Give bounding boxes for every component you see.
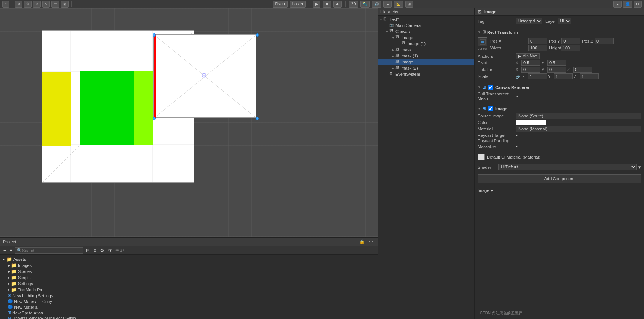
pivot-local-btn[interactable]: Pivot▾ [273, 1, 287, 8]
shader-more-btn[interactable]: ▾ [638, 164, 641, 170]
project-search-input[interactable] [22, 248, 81, 253]
image-component-header[interactable]: ▼ ⊞ Image ⋮ [478, 105, 641, 112]
fx-btn[interactable]: ☁ [383, 1, 392, 8]
hi-icon-mask2: 🖼 [395, 65, 401, 71]
img-options[interactable]: ⋮ [637, 106, 641, 111]
layers-btn[interactable]: ⚙ [634, 1, 642, 8]
account-btn[interactable]: 👤 [623, 1, 632, 8]
toolbar-menu-btn[interactable]: ≡ [2, 1, 9, 8]
hi-eventsystem[interactable]: ⚙ EventSystem [378, 71, 474, 77]
asset-label-new-lighting: New Lighting Settings [13, 294, 53, 298]
asset-new-sprite-atlas[interactable]: ⊞ New Sprite Atlas [2, 310, 74, 316]
search-icon: 🔍 [17, 248, 22, 253]
folder-textmeshpro[interactable]: ▶ 📁 TextMesh Pro [2, 287, 74, 293]
gizmo-btn[interactable]: 📐 [394, 1, 403, 8]
handle-bottom-right[interactable] [256, 117, 259, 120]
center-gizmo[interactable] [201, 72, 207, 78]
right-panels: Hierarchy ▼ ⊞ Test* 📷 Main Camera ▼ 🖼 Ca… [378, 8, 644, 319]
project-lock-btn[interactable]: 🔒 [358, 239, 366, 245]
hi-icon-maincamera: 📷 [389, 23, 395, 28]
hi-image-selected[interactable]: 🖼 Image [378, 59, 474, 65]
anchor-preview[interactable] [478, 37, 487, 46]
rt-options[interactable]: ⋮ [637, 30, 641, 34]
add-component-button[interactable]: Add Component [478, 174, 641, 183]
toolbar-scale-btn[interactable]: ⤡ [42, 1, 50, 8]
hi-icon-eventsystem: ⚙ [389, 71, 395, 77]
layer-select[interactable]: UI [558, 18, 571, 24]
project-dropdown-btn[interactable]: ▾ [9, 248, 13, 254]
img-enable-checkbox[interactable] [488, 106, 493, 111]
step-btn[interactable]: ⏭ [333, 1, 342, 8]
cr-options[interactable]: ⋮ [637, 85, 641, 89]
toolbar-rotate-btn[interactable]: ↺ [33, 1, 41, 8]
project-icon-btn1[interactable]: ⊞ [85, 248, 91, 254]
hi-label-eventsystem: EventSystem [395, 72, 420, 76]
light-btn[interactable]: 🔦 [360, 1, 370, 8]
project-add-btn[interactable]: + [2, 248, 7, 254]
project-more-btn[interactable]: ⋯ [368, 239, 375, 245]
asset-universal-render[interactable]: ⚙ UniversalRenderPipelineGlobalSettings [2, 316, 74, 319]
hi-mask2[interactable]: ▶ 🖼 mask (2) [378, 65, 474, 71]
folder-images[interactable]: ▶ 📁 Images [2, 262, 74, 268]
overlay-btn[interactable]: ⊞ [405, 1, 413, 8]
folder-settings[interactable]: ▶ 📁 Settings [2, 281, 74, 287]
source-image-field[interactable]: None (Sprite) [516, 113, 641, 119]
width-field[interactable] [528, 45, 547, 51]
toolbar-move-btn[interactable]: ✥ [24, 1, 32, 8]
shader-select[interactable]: UI/Default [498, 164, 637, 170]
rot-x-field[interactable] [521, 67, 540, 73]
pos-z-field[interactable] [595, 38, 614, 44]
material-field[interactable]: None (Material) [516, 126, 641, 132]
height-field[interactable] [561, 45, 580, 51]
hi-test[interactable]: ▼ ⊞ Test* [378, 16, 474, 22]
handle-bottom-left[interactable] [153, 117, 156, 120]
pos-y-field[interactable] [561, 38, 580, 44]
rot-y-field[interactable] [547, 67, 566, 73]
scene-viewport[interactable]: Project 🔒 ⋯ + ▾ 🔍 ⊞ ≡ ⚙ 👁 👁 27 [0, 8, 378, 319]
asset-new-lighting[interactable]: ☀ New Lighting Settings [2, 293, 74, 298]
handle-top-right[interactable] [256, 33, 259, 37]
play-btn[interactable]: ▶ [313, 1, 320, 8]
folder-scripts[interactable]: ▶ 📁 Scripts [2, 275, 74, 281]
rotation-label: Rotation [478, 67, 516, 72]
cr-enable-checkbox[interactable] [488, 85, 493, 90]
toolbar-rect-btn[interactable]: ▭ [51, 1, 59, 8]
scale-y-field[interactable] [554, 73, 573, 79]
2d-btn[interactable]: 2D [349, 1, 359, 8]
hi-icon-image1: 🖼 [402, 41, 407, 46]
asset-new-material[interactable]: 🔵 New Material [2, 304, 74, 310]
rect-transform-header[interactable]: ▼ ⊞ Rect Transform ⋮ [478, 29, 641, 36]
project-icon-btn4[interactable]: 👁 [107, 248, 114, 254]
pause-btn[interactable]: ⏸ [323, 1, 331, 8]
hi-mask[interactable]: ▶ 🖼 mask [378, 47, 474, 53]
hi-image1[interactable]: 🖼 Image (1) [378, 41, 474, 47]
hi-canvas[interactable]: ▼ 🖼 Canvas [378, 29, 474, 35]
pivot-y-field[interactable] [547, 60, 566, 66]
anchors-expand-btn[interactable]: ▶ Min Max [516, 53, 540, 59]
audio-btn[interactable]: 🔊 [372, 1, 381, 8]
pos-x-field[interactable] [528, 38, 547, 44]
canvas-renderer-section: ▼ ⊞ Canvas Renderer ⋮ Cull Transparent M… [475, 82, 644, 103]
project-icon-btn3[interactable]: ⚙ [99, 248, 105, 254]
rot-z-field[interactable] [573, 67, 592, 73]
canvas-renderer-header[interactable]: ▼ ⊞ Canvas Renderer ⋮ [478, 84, 641, 91]
hi-mask1[interactable]: ▶ 🖼 mask (1) [378, 53, 474, 59]
toolbar-transform-btn[interactable]: ⊕ [15, 1, 22, 8]
color-swatch[interactable] [516, 120, 546, 125]
img-toggle-icon: ▼ [478, 107, 481, 110]
folder-assets[interactable]: ▼ 📁 Assets [2, 256, 74, 262]
tag-select[interactable]: Untagged [516, 18, 542, 24]
scale-x-field[interactable] [528, 73, 547, 79]
folder-scenes[interactable]: ▶ 📁 Scenes [2, 268, 74, 275]
project-icon-btn2[interactable]: ≡ [92, 248, 97, 254]
asset-new-material-copy[interactable]: 🔵 New Material - Copy [2, 298, 74, 304]
toolbar-all-btn[interactable]: ⊠ [61, 1, 69, 8]
material-preview-swatch[interactable] [478, 154, 485, 160]
handle-top-left[interactable] [153, 33, 156, 37]
scale-z-field[interactable] [580, 73, 599, 79]
pivot-x-field[interactable] [521, 60, 540, 66]
cloud-btn[interactable]: ☁ [613, 1, 622, 8]
global-local-btn[interactable]: Local▾ [290, 1, 306, 8]
hi-image-parent[interactable]: ▼ 🖼 Image [378, 35, 474, 41]
hi-maincamera[interactable]: 📷 Main Camera [378, 22, 474, 29]
